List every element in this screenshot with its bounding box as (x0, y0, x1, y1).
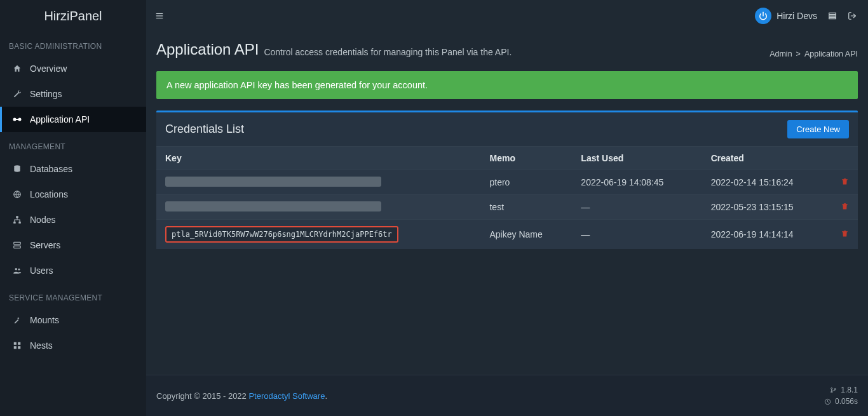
th-memo: Memo (480, 147, 572, 170)
breadcrumb-separator: > (796, 50, 801, 58)
sidebar-item-label: Settings (30, 89, 62, 99)
svg-rect-29 (842, 231, 848, 232)
sitemap-icon (12, 215, 22, 224)
section-basic-admin: BASIC ADMINISTRATION (0, 32, 146, 56)
cell-last-used: — (572, 195, 702, 220)
svg-rect-18 (14, 246, 21, 248)
page-subtitle: Control access credentials for managing … (264, 47, 512, 57)
svg-point-21 (15, 268, 18, 271)
cell-last-used: — (572, 220, 702, 250)
sidebar-item-label: Nodes (30, 215, 55, 225)
sidebar-item-nests[interactable]: Nests (0, 333, 146, 358)
wrench-icon (12, 90, 22, 98)
section-service-management: SERVICE MANAGEMENT (0, 283, 146, 307)
svg-point-31 (831, 391, 832, 393)
sidebar-item-overview[interactable]: Overview (0, 56, 146, 81)
hamburger-icon (155, 11, 164, 20)
svg-rect-14 (16, 216, 18, 218)
svg-rect-15 (13, 222, 16, 224)
breadcrumb-admin[interactable]: Admin (770, 50, 792, 58)
svg-point-30 (831, 387, 832, 389)
table-row: test—2022-05-23 13:15:15 (156, 195, 858, 220)
api-key-code[interactable] (165, 177, 381, 187)
magic-icon (12, 316, 22, 325)
sidebar-item-label: Nests (30, 340, 53, 351)
svg-rect-24 (18, 342, 20, 345)
brand-logo[interactable]: HirziPanel (0, 0, 146, 32)
api-icon (12, 116, 22, 123)
globe-icon (12, 190, 22, 199)
clock-icon (824, 398, 831, 405)
logout-icon[interactable] (848, 11, 857, 20)
users-icon (12, 266, 22, 275)
sidebar-item-label: Databases (30, 164, 72, 174)
th-last-used: Last Used (572, 147, 702, 170)
sidebar-item-servers[interactable]: Servers (0, 232, 146, 258)
sidebar-item-settings[interactable]: Settings (0, 81, 146, 107)
username-label: Hirzi Devs (776, 11, 817, 21)
power-icon (755, 8, 771, 24)
cell-created: 2022-02-14 15:16:24 (702, 170, 832, 195)
api-key-code[interactable] (165, 201, 381, 211)
footer-time: 0.056s (835, 396, 858, 407)
table-row: ptla_5RVid0TK5RW7wW276p6sng1MLCRYdrhM2Cj… (156, 220, 858, 250)
footer-version: 1.8.1 (841, 384, 858, 396)
branch-icon (830, 387, 837, 394)
svg-rect-27 (842, 179, 848, 180)
sidebar-item-label: Application API (30, 114, 90, 124)
svg-rect-25 (14, 346, 17, 349)
sidebar-item-users[interactable]: Users (0, 258, 146, 283)
breadcrumb-current: Application API (804, 50, 858, 58)
api-key-code[interactable]: ptla_5RVid0TK5RW7wW276p6sng1MLCRYdrhM2Cj… (165, 226, 398, 243)
alert-success: A new application API key has been gener… (156, 71, 858, 99)
table-row: ptero2022-06-19 14:08:452022-02-14 15:16… (156, 170, 858, 195)
svg-rect-26 (18, 346, 20, 349)
sidebar-item-databases[interactable]: Databases (0, 156, 146, 182)
sidebar: BASIC ADMINISTRATION Overview Settings A… (0, 32, 146, 416)
cell-created: 2022-05-23 13:15:15 (702, 195, 832, 220)
breadcrumb: Admin > Application API (770, 50, 858, 58)
sidebar-item-locations[interactable]: Locations (0, 182, 146, 207)
svg-rect-5 (829, 15, 836, 17)
svg-point-22 (18, 269, 20, 271)
create-new-button[interactable]: Create New (787, 120, 849, 138)
database-icon (12, 164, 22, 173)
footer-copyright: Copyright © 2015 - 2022 (156, 391, 248, 401)
cell-last-used: 2022-06-19 14:08:45 (572, 170, 702, 195)
svg-rect-17 (14, 242, 21, 245)
sidebar-item-nodes[interactable]: Nodes (0, 207, 146, 232)
sidebar-toggle[interactable] (146, 0, 164, 32)
svg-rect-28 (842, 204, 848, 205)
grid-icon (12, 341, 22, 350)
trash-icon[interactable] (841, 177, 849, 185)
svg-rect-6 (829, 17, 836, 18)
sidebar-item-application-api[interactable]: Application API (0, 107, 146, 132)
cell-memo: ptero (480, 170, 572, 195)
sidebar-item-label: Mounts (30, 315, 59, 325)
svg-rect-23 (14, 342, 17, 345)
section-management: MANAGEMENT (0, 132, 146, 156)
svg-rect-4 (829, 13, 836, 14)
svg-point-32 (834, 388, 836, 389)
cell-memo: test (480, 195, 572, 220)
exit-admin-icon[interactable] (827, 11, 837, 20)
sidebar-item-label: Locations (30, 189, 68, 199)
credentials-table: Key Memo Last Used Created ptero2022-06-… (156, 146, 858, 249)
cell-memo: Apikey Name (480, 220, 572, 250)
svg-rect-10 (15, 119, 20, 120)
footer-link[interactable]: Pterodactyl Software (248, 391, 325, 401)
svg-rect-16 (18, 222, 21, 224)
sidebar-item-mounts[interactable]: Mounts (0, 307, 146, 333)
box-title: Credentials List (165, 123, 244, 136)
trash-icon[interactable] (841, 202, 849, 210)
sidebar-item-label: Servers (30, 240, 60, 250)
footer-suffix: . (325, 391, 327, 401)
server-icon (12, 241, 22, 250)
trash-icon[interactable] (841, 229, 849, 238)
page-title: Application API (156, 41, 259, 58)
th-key: Key (156, 147, 480, 170)
th-created: Created (702, 147, 832, 170)
user-menu[interactable]: Hirzi Devs (755, 8, 817, 24)
cell-created: 2022-06-19 14:14:14 (702, 220, 832, 250)
th-actions (832, 147, 858, 170)
